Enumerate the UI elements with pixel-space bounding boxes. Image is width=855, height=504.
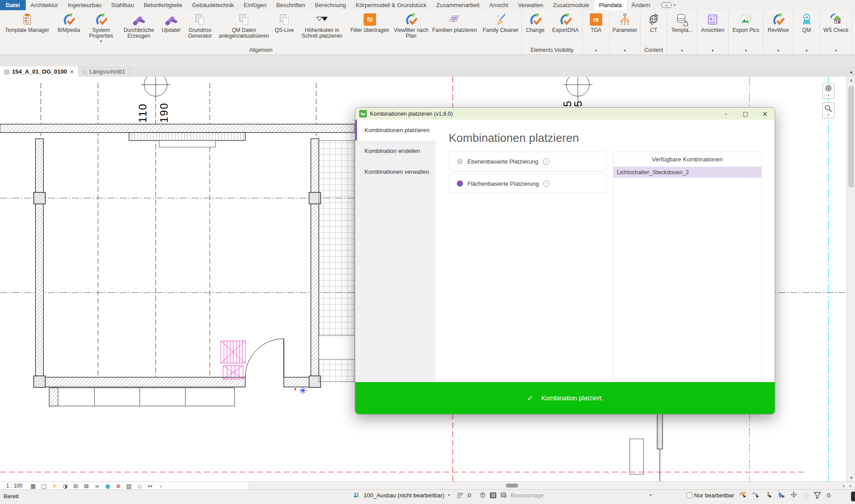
steering-wheel-button[interactable]: ▾ [822,83,835,99]
tab-beschriften[interactable]: Beschriften [271,0,310,10]
design-options-icon[interactable] [500,492,507,499]
dialog-title-bar[interactable]: kp Kombinationen platzieren (v1.8.0) – □… [355,108,775,120]
radio-selected-icon[interactable] [457,180,463,187]
crop-view-icon[interactable]: ⊞ [71,483,81,489]
background-processes-icon[interactable]: ◌ [803,492,808,499]
ribbon-button-parameter[interactable]: Parameter [610,11,640,33]
ribbon-display-toggle[interactable]: ▴ ▾ [661,0,675,10]
ribbon-button-change[interactable]: Change [522,11,549,33]
worksharing-display-icon[interactable]: ⊗ [113,483,124,489]
tab-betonfertigteile[interactable]: Betonfertigteile [139,0,187,10]
tab-plandata[interactable]: Plandata [594,0,627,10]
reveal-hidden-icon[interactable]: ∞ [92,483,102,489]
tab-koerpermodell[interactable]: Körpermodell & Grundstück [351,0,431,10]
tab-ansicht[interactable]: Ansicht [484,0,513,10]
vertical-scrollbar[interactable]: ▲ ▼ [847,77,855,481]
ribbon-button-templa[interactable]: Templa... [667,11,697,33]
tab-datei[interactable]: Datei [0,0,26,10]
select-links-icon[interactable] [739,492,747,499]
ribbon-button-template-manager[interactable]: Template Manager [0,11,54,33]
tab-ingenieurbau[interactable]: Ingenieurbau [63,0,106,10]
view-tab-plan[interactable]: ▤ 154_A_01_OG_0100 ✕ [0,66,78,77]
vertical-scroll-thumb[interactable] [848,86,854,188]
ribbon-button-qs-live[interactable]: QS-Live [271,11,297,33]
ribbon-button-qm-daten[interactable]: QM Daten anlegen/aktualisieren [216,11,271,39]
select-underlay-icon[interactable] [752,492,760,499]
close-button[interactable]: × [755,108,775,120]
tab-aendern[interactable]: Ändern [627,0,655,10]
reveal-constraints-icon[interactable]: ◇ [134,483,145,489]
tab-einfuegen[interactable]: Einfügen [239,0,271,10]
list-icon[interactable] [490,492,497,499]
ribbon-button-ct[interactable]: CT [640,11,667,33]
panel-expand-caret[interactable]: ▾ [777,48,780,53]
scroll-down-icon[interactable]: ▼ [847,475,855,481]
editable-box-icon[interactable] [479,492,486,499]
ribbon-button-familien-platzieren[interactable]: Familien platzieren [429,11,480,33]
checkbox-input[interactable] [686,492,692,498]
close-icon[interactable]: ✕ [70,69,74,75]
detail-level-icon[interactable]: ▦ [28,483,39,489]
tab-zusatzmodule[interactable]: Zusatzmodule [548,0,594,10]
show-crop-icon[interactable]: ⊠ [81,483,92,489]
ribbon-button-qm[interactable]: QM [793,11,820,33]
ribbon-button-filter-uebertragen[interactable]: fü Filter übertragen [347,11,393,33]
shadows-icon[interactable]: ◑ [60,483,71,489]
filter-icon[interactable] [814,492,821,499]
ribbon-button-updater[interactable]: Updater [159,11,184,33]
editable-only-checkbox[interactable]: Nur bearbeitbar [686,492,734,499]
ribbon-button-ansichten[interactable]: Ansichten [697,11,728,33]
tab-zusammenarbeit[interactable]: Zusammenarbeit [431,0,485,10]
ribbon-button-exportdna[interactable]: ExportDNA [549,11,582,33]
temporary-hide-icon[interactable]: ● [102,483,113,489]
measure-icon[interactable]: ↔ [145,483,156,489]
ribbon-button-ws-check[interactable]: WS Check [820,11,851,33]
panel-expand-caret[interactable]: ▾ [712,48,714,53]
ribbon-button-durchbrueche-erzeugen[interactable]: Durchbrüche Erzeugen [119,11,159,39]
panel-expand-caret[interactable]: ▾ [624,48,626,53]
scroll-right-icon[interactable]: ▸ [847,482,854,490]
tab-architektur[interactable]: Architektur [26,0,63,10]
option-flaechenbasiert[interactable]: Flächenbasierte Platzierung i [449,174,607,193]
ribbon-button-export-pics[interactable]: Export Pics [729,11,763,33]
scroll-up-icon[interactable]: ▲ [847,77,855,83]
minimize-button[interactable]: – [716,108,736,120]
ribbon-button-viewfilter-nach-plan[interactable]: Viewfilter nach Plan [393,11,429,39]
sun-path-icon[interactable]: ☀ [49,483,60,489]
option-ebenenbasiert[interactable]: Ebenenbasierte Platzierung i [449,152,607,171]
editing-requests-icon[interactable] [456,492,463,499]
nav-kombinationen-platzieren[interactable]: Kombinationen platzieren [355,120,435,141]
panel-expand-caret[interactable]: ▾ [835,48,837,53]
zoom-button[interactable]: ▾ [822,102,835,118]
view-scale-button[interactable]: 1 : 100 [0,483,28,489]
panel-expand-caret[interactable]: ▾ [806,48,808,53]
selection-box-icon[interactable]: ▧ [124,483,134,489]
panel-expand-caret[interactable]: ▾ [681,48,683,53]
ribbon-button-grundriss-generator[interactable]: Grundriss Generator [184,11,216,39]
horizontal-scroll-thumb[interactable] [506,484,518,488]
ribbon-button-system-properties[interactable]: System Properties ▾ [83,11,119,43]
ribbon-button-tga[interactable]: re TGA [583,11,609,33]
nav-kombinationen-verwalten[interactable]: Kombinationen verwalten [355,161,435,182]
info-icon[interactable]: i [543,180,550,187]
panel-expand-caret[interactable]: ▾ [595,48,597,53]
info-icon[interactable]: i [543,158,549,165]
ribbon-button-family-cleaner[interactable]: Family Cleaner [480,11,522,33]
view-tab-section[interactable]: ◇ Längsschnitt1 [78,66,129,77]
scroll-left-icon[interactable]: ◂ [840,482,847,490]
design-option-selector[interactable]: Basisvorlage ▾ [511,492,652,499]
list-item[interactable]: Lichtschalter_Steckdosen_2 [613,167,761,178]
select-elements-by-face-icon[interactable] [777,492,785,499]
maximize-button[interactable]: □ [736,108,755,120]
ribbon-button-hoehenkoten[interactable]: Höhenkoten in Schnitt platzieren [297,11,347,39]
ribbon-button-bimpedia[interactable]: BIMpedia [54,11,83,33]
chevron-down-icon[interactable]: ▾ [448,493,450,497]
tab-berechnung[interactable]: Berechnung [310,0,351,10]
drag-elements-icon[interactable] [790,492,798,499]
tab-verwalten[interactable]: Verwalten [513,0,548,10]
select-pinned-icon[interactable] [765,492,773,499]
collapse-bar-icon[interactable]: ‹ [156,483,166,489]
tab-list-caret-icon[interactable]: ▴ [847,66,855,77]
panel-expand-caret[interactable]: ▾ [745,48,747,53]
ribbon-button-x-rayvit[interactable]: X-Rayvit [852,11,855,33]
